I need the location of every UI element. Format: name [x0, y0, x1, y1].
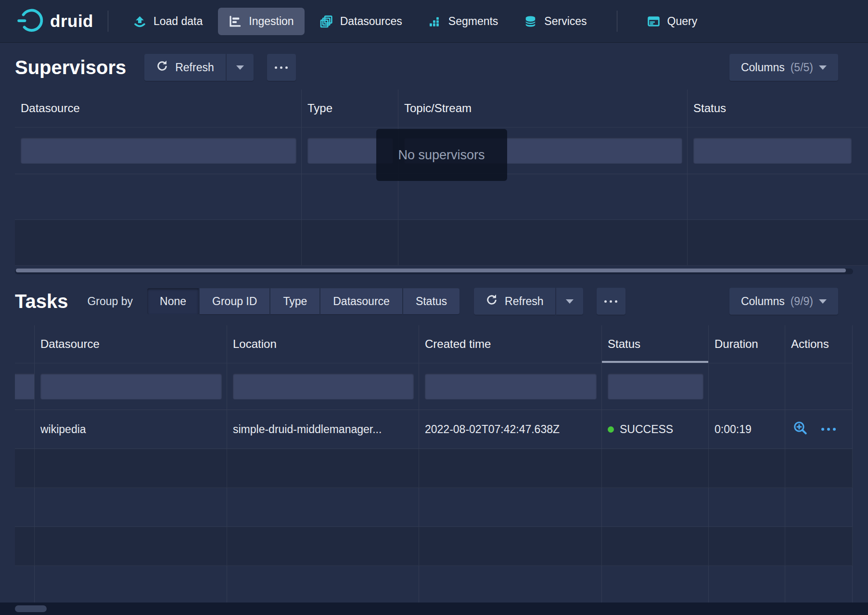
nav-items: Load data Ingestion	[123, 8, 708, 35]
tasks-horizontal-scrollbar-track	[0, 602, 868, 615]
tasks-status-filter-input[interactable]	[608, 373, 703, 399]
upload-icon	[133, 15, 146, 28]
success-status-dot	[608, 426, 614, 433]
tasks-refresh-group: Refresh	[474, 288, 583, 315]
gantt-chart-icon	[229, 15, 242, 28]
columns-label: Columns	[741, 61, 785, 74]
group-by-none-button[interactable]: None	[147, 288, 199, 314]
column-header-datasource[interactable]: Datasource	[15, 90, 302, 127]
top-nav: druid Load data	[0, 0, 868, 42]
empty-row	[15, 488, 853, 527]
column-header-duration[interactable]: Duration	[709, 325, 785, 363]
columns-count: (9/9)	[791, 295, 813, 308]
supervisors-horizontal-scrollbar-track	[15, 269, 853, 274]
refresh-icon	[485, 294, 498, 309]
supervisors-datasource-filter-input[interactable]	[21, 138, 296, 164]
chevron-down-icon	[819, 299, 827, 304]
supervisors-columns-button[interactable]: Columns (5/5)	[729, 54, 838, 81]
empty-row	[15, 566, 853, 605]
supervisors-section: Supervisors Refresh	[0, 42, 868, 266]
group-by-type-button[interactable]: Type	[270, 288, 319, 314]
tasks-location-filter-input[interactable]	[233, 373, 414, 399]
nav-item-services[interactable]: Services	[513, 8, 597, 35]
group-by-group-id-button[interactable]: Group ID	[200, 288, 269, 314]
empty-row	[15, 220, 868, 266]
supervisors-refresh-interval-button[interactable]	[227, 54, 254, 81]
columns-count: (5/5)	[791, 61, 813, 74]
column-header-status[interactable]: Status	[688, 90, 867, 127]
nav-divider	[108, 11, 108, 32]
group-by-segmented-control: None Group ID Type Datasource Status	[147, 288, 460, 314]
tasks-columns-button[interactable]: Columns (9/9)	[729, 288, 838, 315]
nav-item-label: Datasources	[340, 15, 402, 28]
column-header-topic-stream[interactable]: Topic/Stream	[398, 90, 688, 127]
task-duration: 0:00:19	[709, 410, 785, 448]
tasks-datasource-filter-input[interactable]	[40, 373, 222, 399]
supervisors-table: Datasource Type Topic/Stream Status No s…	[15, 90, 868, 266]
nav-item-segments[interactable]: Segments	[418, 8, 509, 35]
druid-logo-icon	[17, 7, 43, 35]
group-by-datasource-button[interactable]: Datasource	[320, 288, 402, 314]
nav-item-load-data[interactable]: Load data	[123, 8, 213, 35]
druid-console: druid Load data	[0, 0, 868, 615]
column-header-status[interactable]: Status	[602, 325, 709, 363]
bar-chart-icon	[428, 15, 441, 28]
supervisors-refresh-button[interactable]: Refresh	[144, 54, 226, 81]
empty-row	[15, 527, 853, 566]
tasks-refresh-button[interactable]: Refresh	[474, 288, 555, 315]
task-status-label: SUCCESS	[620, 423, 673, 436]
nav-item-datasources[interactable]: Datasources	[309, 8, 413, 35]
refresh-label: Refresh	[175, 61, 214, 74]
nav-divider	[617, 11, 617, 32]
no-supervisors-message: No supervisors	[376, 129, 507, 181]
chevron-down-icon	[236, 65, 244, 70]
tasks-refresh-interval-button[interactable]	[556, 288, 583, 315]
column-header-created-time[interactable]: Created time	[419, 325, 602, 363]
task-actions	[785, 410, 853, 448]
supervisors-header-row: Datasource Type Topic/Stream Status	[15, 90, 868, 127]
empty-row	[15, 174, 868, 220]
empty-row	[15, 449, 853, 488]
tasks-clipped-filter-input[interactable]	[15, 373, 35, 399]
columns-label: Columns	[741, 295, 785, 308]
nav-item-query[interactable]: Query	[637, 8, 708, 35]
tasks-table: Datasource Location Created time Status …	[15, 325, 868, 605]
column-header-type[interactable]: Type	[302, 90, 398, 127]
tasks-more-button[interactable]	[597, 288, 625, 315]
console-icon	[647, 15, 660, 28]
task-created-time: 2022-08-02T07:42:47.638Z	[419, 410, 602, 448]
supervisors-refresh-group: Refresh	[144, 54, 254, 81]
column-header-clipped	[15, 325, 35, 363]
nav-item-ingestion[interactable]: Ingestion	[218, 8, 304, 35]
druid-logo[interactable]: druid	[17, 7, 93, 35]
nav-item-label: Segments	[448, 15, 498, 28]
tasks-toolbar: Tasks Group by None Group ID Type Dataso…	[0, 276, 868, 325]
row-more-actions-icon[interactable]	[820, 428, 837, 431]
nav-item-label: Ingestion	[249, 15, 294, 28]
more-icon	[273, 66, 289, 69]
refresh-icon	[156, 60, 168, 75]
supervisors-more-button[interactable]	[267, 54, 296, 81]
database-icon	[524, 15, 537, 28]
task-datasource: wikipedia	[35, 410, 227, 448]
tasks-created-time-filter-input[interactable]	[425, 373, 597, 399]
group-by-status-button[interactable]: Status	[403, 288, 460, 314]
column-header-actions[interactable]: Actions	[785, 325, 853, 363]
group-by-label: Group by	[87, 295, 133, 308]
task-row-wikipedia[interactable]: wikipedia simple-druid-middlemanager... …	[15, 410, 853, 449]
column-header-datasource[interactable]: Datasource	[35, 325, 227, 363]
brand-name: druid	[50, 12, 93, 31]
task-status: SUCCESS	[602, 410, 709, 448]
task-location: simple-druid-middlemanager...	[227, 410, 419, 448]
supervisors-title: Supervisors	[15, 58, 126, 77]
supervisors-horizontal-scrollbar-thumb[interactable]	[16, 269, 846, 272]
tasks-horizontal-scrollbar-thumb[interactable]	[15, 605, 47, 612]
supervisors-toolbar: Supervisors Refresh	[0, 42, 868, 90]
zoom-in-icon[interactable]	[793, 421, 807, 438]
tasks-header-row: Datasource Location Created time Status …	[15, 325, 853, 363]
nav-item-label: Services	[544, 15, 587, 28]
nav-item-label: Load data	[153, 15, 203, 28]
supervisors-status-filter-input[interactable]	[693, 138, 852, 164]
layers-icon	[320, 15, 333, 28]
column-header-location[interactable]: Location	[227, 325, 419, 363]
